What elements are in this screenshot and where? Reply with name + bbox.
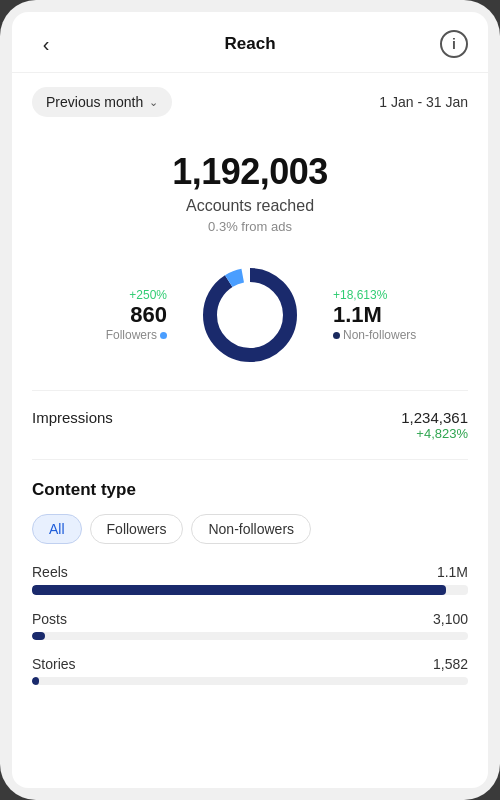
- period-label: Previous month: [46, 94, 143, 110]
- tab-followers[interactable]: Followers: [90, 514, 184, 544]
- non-followers-value: 1.1M: [333, 302, 423, 328]
- stories-bar-fill: [32, 677, 39, 685]
- nonfollowers-dot-icon: [333, 332, 340, 339]
- content-type-tabs: All Followers Non-followers: [32, 514, 468, 544]
- donut-chart-section: +250% 860 Followers +18,613%: [12, 244, 488, 390]
- period-filter-button[interactable]: Previous month ⌄: [32, 87, 172, 117]
- followers-value: 860: [77, 302, 167, 328]
- info-button[interactable]: i: [440, 30, 468, 58]
- page-title: Reach: [224, 34, 275, 54]
- stories-value: 1,582: [433, 656, 468, 672]
- reels-bar-track: [32, 585, 468, 595]
- non-followers-label: Non-followers: [333, 328, 423, 342]
- posts-value: 3,100: [433, 611, 468, 627]
- filter-row: Previous month ⌄ 1 Jan - 31 Jan: [12, 73, 488, 131]
- page-header: ‹ Reach i: [12, 12, 488, 73]
- back-button[interactable]: ‹: [32, 30, 60, 58]
- impressions-values: 1,234,361 +4,823%: [401, 409, 468, 441]
- followers-pct: +250%: [77, 288, 167, 302]
- non-followers-stat: +18,613% 1.1M Non-followers: [333, 288, 423, 342]
- reels-value: 1.1M: [437, 564, 468, 580]
- stories-bar-item: Stories 1,582: [32, 656, 468, 685]
- posts-bar-fill: [32, 632, 45, 640]
- posts-bar-track: [32, 632, 468, 640]
- posts-label: Posts: [32, 611, 67, 627]
- stories-bar-track: [32, 677, 468, 685]
- main-stats-section: 1,192,003 Accounts reached 0.3% from ads: [12, 131, 488, 244]
- followers-label: Followers: [77, 328, 167, 342]
- ads-percentage-label: 0.3% from ads: [32, 219, 468, 234]
- content-bars: Reels 1.1M Posts 3,100: [32, 564, 468, 685]
- impressions-number: 1,234,361: [401, 409, 468, 426]
- svg-point-0: [210, 275, 290, 355]
- accounts-reached-label: Accounts reached: [32, 197, 468, 215]
- tab-all[interactable]: All: [32, 514, 82, 544]
- donut-chart: [195, 260, 305, 370]
- content-type-title: Content type: [32, 480, 468, 500]
- non-followers-pct: +18,613%: [333, 288, 423, 302]
- posts-bar-item: Posts 3,100: [32, 611, 468, 640]
- tab-non-followers[interactable]: Non-followers: [191, 514, 311, 544]
- reels-bar-item: Reels 1.1M: [32, 564, 468, 595]
- followers-stat: +250% 860 Followers: [77, 288, 167, 342]
- date-range-label: 1 Jan - 31 Jan: [379, 94, 468, 110]
- reels-bar-fill: [32, 585, 446, 595]
- stories-label: Stories: [32, 656, 76, 672]
- chevron-down-icon: ⌄: [149, 96, 158, 109]
- reels-label: Reels: [32, 564, 68, 580]
- accounts-reached-number: 1,192,003: [32, 151, 468, 193]
- impressions-label: Impressions: [32, 409, 113, 426]
- content-type-section: Content type All Followers Non-followers…: [12, 460, 488, 717]
- impressions-section: Impressions 1,234,361 +4,823%: [12, 391, 488, 459]
- impressions-change: +4,823%: [401, 426, 468, 441]
- followers-dot-icon: [160, 332, 167, 339]
